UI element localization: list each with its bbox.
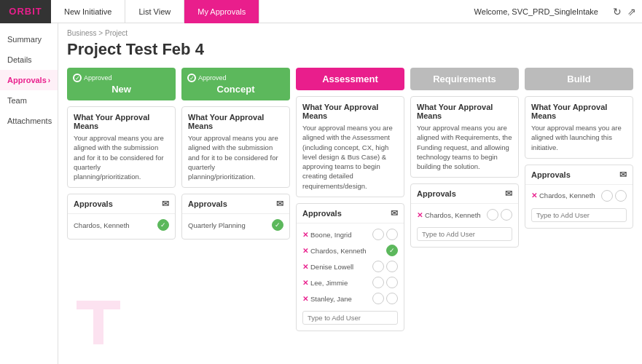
action-circle-1[interactable] — [372, 277, 384, 288]
logo: ORBIT — [0, 0, 51, 23]
approvals-section-build: Approvals ✉ ✕ Chardos, Kenneth — [525, 165, 633, 229]
nav-tab-new-initiative[interactable]: New Initiative — [51, 0, 125, 23]
stage-header-assessment: Assessment — [296, 68, 404, 90]
action-circle-2[interactable] — [501, 209, 512, 221]
approve-action[interactable]: ✓ — [386, 245, 398, 256]
approver-actions — [601, 190, 627, 202]
approver-name: Lee, Jimmie — [310, 279, 372, 287]
stage-name-concept: Concept — [187, 84, 284, 95]
action-circle-2[interactable] — [615, 190, 627, 202]
card-body-concept: Your approval means you are aligned with… — [188, 133, 283, 181]
approvals-body-new: Chardos, Kenneth ✓ — [68, 214, 175, 239]
action-circle-1[interactable] — [372, 229, 384, 240]
stage-requirements: Requirements What Your Approval Means Yo… — [410, 68, 519, 331]
approvals-section-requirements: Approvals ✉ ✕ Chardos, Kenneth — [410, 183, 519, 248]
action-circle-2[interactable] — [386, 277, 398, 288]
app-body: Summary Details Approvals › Team Attachm… — [0, 23, 642, 364]
mail-icon-requirements[interactable]: ✉ — [505, 189, 512, 199]
sidebar-item-team[interactable]: Team — [0, 90, 58, 111]
mail-icon-concept[interactable]: ✉ — [276, 199, 283, 209]
card-title-new: What Your Approval Means — [74, 113, 169, 130]
action-circle-2[interactable] — [386, 229, 398, 240]
approver-name: Chardos, Kenneth — [425, 211, 487, 219]
approver-row-chardos: ✕ Chardos, Kenneth ✓ — [302, 242, 398, 258]
approvals-header-concept: Approvals ✉ — [182, 194, 289, 214]
card-body-requirements: Your approval means you are aligned with… — [417, 123, 512, 171]
card-body-new: Your approval means you are aligned with… — [74, 133, 169, 181]
card-title-build: What Your Approval Means — [531, 103, 627, 120]
action-circle-1[interactable] — [487, 209, 498, 221]
approver-name: Chardos, Kenneth — [310, 247, 386, 255]
logo-text: ORBIT — [9, 6, 42, 17]
approver-actions — [372, 277, 398, 288]
add-user-input-requirements[interactable] — [417, 227, 512, 241]
page-title: Project Test Feb 4 — [67, 40, 633, 59]
action-circle-2[interactable] — [386, 293, 398, 304]
main-content: Business > Project Project Test Feb 4 ✓ … — [58, 23, 642, 364]
nav-tabs: New Initiative List View My Approvals — [51, 0, 466, 23]
sidebar: Summary Details Approvals › Team Attachm… — [0, 23, 58, 364]
approver-name: Quarterly Planning — [188, 221, 272, 229]
stage-header-build: Build — [525, 68, 633, 90]
stage-status-new: ✓ Approved — [73, 74, 170, 82]
approvals-body-assessment: ✕ Boone, Ingrid ✕ Chardos, Kenneth ✓ — [297, 223, 404, 331]
add-user-input-build[interactable] — [531, 208, 627, 222]
approver-row-boone: ✕ Boone, Ingrid — [302, 226, 398, 242]
refresh-icon[interactable]: ↻ — [613, 6, 622, 17]
approvals-body-concept: Quarterly Planning ✓ — [182, 214, 289, 239]
stage-header-new: ✓ Approved New — [67, 68, 176, 100]
approver-row-chardos-build: ✕ Chardos, Kenneth — [531, 188, 627, 204]
action-circle-1[interactable] — [372, 293, 384, 304]
approvals-header-requirements: Approvals ✉ — [411, 184, 518, 204]
breadcrumb: Business > Project — [67, 29, 633, 37]
stage-name-assessment: Assessment — [302, 74, 399, 84]
mail-icon-assessment[interactable]: ✉ — [391, 208, 398, 218]
stage-status-concept: ✓ Approved — [187, 74, 284, 82]
approver-row: Chardos, Kenneth ✓ — [74, 217, 169, 233]
action-circle-1[interactable] — [601, 190, 613, 202]
approvals-section-new: Approvals ✉ Chardos, Kenneth ✓ — [67, 194, 176, 240]
stage-name-build: Build — [531, 74, 627, 84]
stage-name-requirements: Requirements — [416, 74, 513, 84]
approvals-section-assessment: Approvals ✉ ✕ Boone, Ingrid — [296, 203, 404, 331]
tmobile-watermark — [73, 297, 124, 357]
approver-name: Chardos, Kenneth — [74, 221, 157, 229]
approver-row-denise: ✕ Denise Lowell — [302, 258, 398, 274]
action-circle-1[interactable] — [372, 261, 384, 272]
stage-header-concept: ✓ Approved Concept — [181, 68, 290, 100]
approver-actions — [487, 209, 512, 221]
stage-new: ✓ Approved New What Your Approval Means … — [67, 68, 176, 331]
card-concept: What Your Approval Means Your approval m… — [181, 106, 290, 188]
add-user-input-assessment[interactable] — [302, 311, 398, 325]
stage-concept: ✓ Approved Concept What Your Approval Me… — [181, 68, 290, 331]
card-body-build: Your approval means you are aligned with… — [531, 123, 627, 152]
sidebar-item-attachments[interactable]: Attachments — [0, 111, 58, 131]
sidebar-item-details[interactable]: Details — [0, 50, 58, 70]
nav-tab-my-approvals[interactable]: My Approvals — [184, 0, 259, 23]
approvals-header-new: Approvals ✉ — [68, 194, 175, 214]
sidebar-item-summary[interactable]: Summary — [0, 29, 58, 50]
card-title-concept: What Your Approval Means — [188, 113, 283, 130]
approver-row-lee: ✕ Lee, Jimmie — [302, 274, 398, 290]
sidebar-arrow-icon: › — [48, 76, 50, 84]
action-circle-2[interactable] — [386, 261, 398, 272]
mail-icon-new[interactable]: ✉ — [162, 199, 169, 209]
stage-assessment: Assessment What Your Approval Means Your… — [296, 68, 404, 331]
approvals-body-build: ✕ Chardos, Kenneth — [525, 185, 633, 228]
nav-tab-list-view[interactable]: List View — [125, 0, 184, 23]
approver-row: Quarterly Planning ✓ — [188, 217, 283, 233]
mail-icon-build[interactable]: ✉ — [619, 170, 627, 180]
stage-name-new: New — [73, 84, 170, 95]
top-navigation: ORBIT New Initiative List View My Approv… — [0, 0, 642, 23]
share-icon[interactable]: ⇗ — [627, 6, 636, 17]
approvals-section-concept: Approvals ✉ Quarterly Planning ✓ — [181, 194, 290, 240]
stages-container: ✓ Approved New What Your Approval Means … — [67, 68, 633, 331]
sidebar-item-approvals[interactable]: Approvals › — [0, 70, 58, 90]
card-title-assessment: What Your Approval Means — [302, 103, 398, 120]
approver-actions — [372, 229, 398, 240]
approve-action[interactable]: ✓ — [272, 219, 283, 231]
approver-name: Chardos, Kenneth — [539, 191, 601, 199]
card-build: What Your Approval Means Your approval m… — [525, 96, 633, 159]
approver-actions — [372, 261, 398, 272]
approve-action[interactable]: ✓ — [157, 219, 169, 231]
